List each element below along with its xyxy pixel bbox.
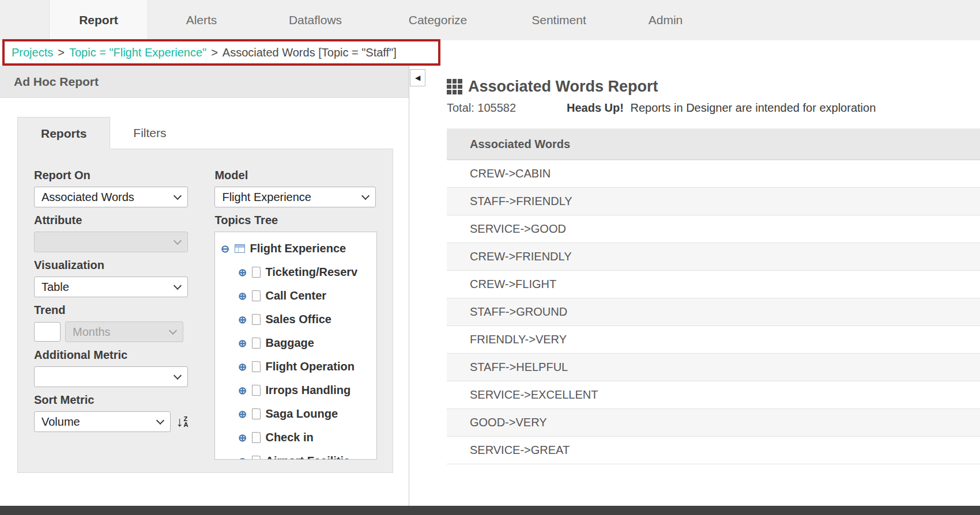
report-on-field: Report On Associated Words bbox=[34, 169, 188, 207]
topics-tree-label: Topics Tree bbox=[214, 214, 377, 227]
additional-metric-label: Additional Metric bbox=[34, 349, 188, 362]
chevron-down-icon bbox=[156, 416, 164, 424]
expand-node-icon[interactable]: ⊕ bbox=[237, 266, 247, 279]
table-row[interactable]: STAFF->FRIENDLY bbox=[447, 188, 980, 215]
model-select[interactable]: Flight Experience bbox=[214, 187, 376, 207]
document-icon bbox=[252, 432, 261, 443]
tree-item-label: Call Center bbox=[265, 289, 326, 302]
total-count: Total: 105582 bbox=[447, 101, 567, 115]
nav-tab-alerts[interactable]: Alerts bbox=[148, 0, 255, 40]
expand-node-icon[interactable]: ⊕ bbox=[237, 408, 247, 421]
breadcrumb-projects-link[interactable]: Projects bbox=[12, 46, 53, 59]
ad-hoc-report-panel: Ad Hoc Report Reports Filters Report On … bbox=[0, 66, 409, 506]
topics-tree-field: Topics Tree ⊖ Flight Experience ⊕ Ticket… bbox=[214, 214, 377, 460]
document-icon bbox=[252, 338, 261, 349]
attribute-field: Attribute bbox=[34, 214, 188, 252]
report-form: Report On Associated Words Attribute bbox=[17, 149, 393, 473]
nav-tab-categorize[interactable]: Categorize bbox=[376, 0, 500, 40]
form-column-right: Model Flight Experience Topics Tree ⊖ bbox=[214, 169, 377, 462]
tree-item-label: Baggage bbox=[265, 336, 314, 350]
tree-item[interactable]: ⊕ Sales Office bbox=[220, 308, 376, 331]
chevron-down-icon bbox=[169, 326, 177, 334]
breadcrumb-current: Associated Words [Topic = "Staff"] bbox=[223, 46, 397, 59]
expand-node-icon[interactable]: ⊕ bbox=[237, 431, 247, 444]
table-row[interactable]: STAFF->GROUND bbox=[447, 298, 980, 326]
tab-filters[interactable]: Filters bbox=[110, 117, 189, 149]
trend-unit-select: Months bbox=[65, 321, 183, 342]
document-icon bbox=[252, 290, 261, 301]
top-navigation: Report Alerts Dataflows Categorize Senti… bbox=[0, 0, 980, 40]
tab-reports[interactable]: Reports bbox=[17, 117, 110, 149]
nav-tab-sentiment[interactable]: Sentiment bbox=[500, 0, 618, 40]
panel-tabs: Reports Filters bbox=[17, 117, 409, 149]
table-row[interactable]: STAFF->HELPFUL bbox=[447, 354, 980, 381]
collapse-node-icon[interactable]: ⊖ bbox=[220, 243, 230, 255]
table-header: Associated Words bbox=[447, 128, 980, 160]
associated-words-table: Associated Words CREW->CABIN STAFF->FRIE… bbox=[447, 128, 980, 464]
tree-item[interactable]: ⊕ Check in bbox=[220, 426, 376, 449]
table-row[interactable]: FRIENDLY->VERY bbox=[447, 326, 980, 354]
breadcrumb-topic-link[interactable]: Topic = "Flight Experience" bbox=[69, 46, 206, 59]
tree-item-label: Flight Operation bbox=[265, 360, 354, 373]
trend-field: Trend Months bbox=[34, 304, 188, 342]
tree-root-label: Flight Experience bbox=[250, 242, 346, 255]
nav-tab-report[interactable]: Report bbox=[49, 0, 148, 40]
report-main-area: Associated Words Report Total: 105582 He… bbox=[425, 66, 980, 506]
tree-item[interactable]: ⊕ Irrops Handling bbox=[220, 378, 376, 402]
sort-za-icon: Z A bbox=[184, 416, 189, 427]
report-title: Associated Words Report bbox=[468, 78, 658, 96]
panel-header: Ad Hoc Report bbox=[0, 66, 409, 98]
model-field: Model Flight Experience bbox=[214, 169, 377, 207]
heads-up-label: Heads Up! bbox=[567, 101, 624, 114]
sort-metric-value: Volume bbox=[42, 415, 80, 429]
table-row[interactable]: SERVICE->GREAT bbox=[447, 437, 980, 464]
trend-value-input[interactable] bbox=[34, 322, 61, 342]
breadcrumb-separator: > bbox=[58, 46, 65, 59]
expand-node-icon[interactable]: ⊕ bbox=[237, 290, 247, 302]
nav-tab-admin[interactable]: Admin bbox=[618, 0, 713, 40]
model-value: Flight Experience bbox=[222, 191, 311, 204]
chevron-down-icon bbox=[174, 191, 182, 199]
table-row[interactable]: CREW->CABIN bbox=[447, 160, 980, 188]
tree-item[interactable]: ⊕ Airport Facilitie bbox=[220, 449, 376, 460]
document-icon bbox=[252, 385, 261, 396]
table-row[interactable]: GOOD->VERY bbox=[447, 409, 980, 437]
sort-direction-button[interactable]: ↓ Z A bbox=[176, 416, 188, 427]
chevron-down-icon bbox=[174, 281, 182, 289]
visualization-value: Table bbox=[42, 281, 69, 294]
document-icon bbox=[252, 456, 261, 460]
table-row[interactable]: CREW->FLIGHT bbox=[447, 271, 980, 298]
collapse-panel-button[interactable]: ◀ bbox=[410, 69, 425, 86]
tree-item[interactable]: ⊕ Saga Lounge bbox=[220, 402, 376, 426]
report-title-row: Associated Words Report bbox=[447, 78, 980, 96]
report-meta-row: Total: 105582 Heads Up! Reports in Desig… bbox=[447, 101, 980, 115]
heads-up-notice: Heads Up! Reports in Designer are intend… bbox=[567, 101, 876, 115]
table-row[interactable]: SERVICE->GOOD bbox=[447, 215, 980, 243]
expand-node-icon[interactable]: ⊕ bbox=[237, 313, 247, 326]
tree-item[interactable]: ⊕ Baggage bbox=[220, 331, 376, 355]
expand-node-icon[interactable]: ⊕ bbox=[237, 455, 247, 460]
report-on-select[interactable]: Associated Words bbox=[34, 187, 188, 207]
tree-item-label: Irrops Handling bbox=[265, 384, 350, 397]
model-label: Model bbox=[214, 169, 377, 182]
report-grid-icon bbox=[447, 79, 462, 94]
additional-metric-select[interactable] bbox=[34, 366, 188, 387]
expand-node-icon[interactable]: ⊕ bbox=[237, 384, 247, 397]
sort-metric-select[interactable]: Volume bbox=[34, 411, 171, 432]
nav-tab-dataflows[interactable]: Dataflows bbox=[255, 0, 376, 40]
attribute-label: Attribute bbox=[34, 214, 188, 227]
trend-unit-value: Months bbox=[73, 325, 111, 339]
bottom-bar bbox=[0, 506, 980, 515]
report-on-value: Associated Words bbox=[42, 191, 134, 204]
expand-node-icon[interactable]: ⊕ bbox=[237, 361, 247, 373]
tree-item[interactable]: ⊕ Call Center bbox=[220, 284, 376, 308]
tree-item[interactable]: ⊕ Ticketing/Reserv bbox=[220, 260, 376, 284]
panel-title: Ad Hoc Report bbox=[14, 75, 99, 89]
tree-item[interactable]: ⊕ Flight Operation bbox=[220, 355, 376, 378]
table-row[interactable]: SERVICE->EXCELLENT bbox=[447, 381, 980, 409]
tree-root[interactable]: ⊖ Flight Experience bbox=[220, 237, 376, 260]
table-row[interactable]: CREW->FRIENDLY bbox=[447, 243, 980, 271]
sort-arrow-icon: ↓ bbox=[176, 416, 183, 427]
expand-node-icon[interactable]: ⊕ bbox=[237, 337, 247, 350]
visualization-select[interactable]: Table bbox=[34, 277, 188, 297]
